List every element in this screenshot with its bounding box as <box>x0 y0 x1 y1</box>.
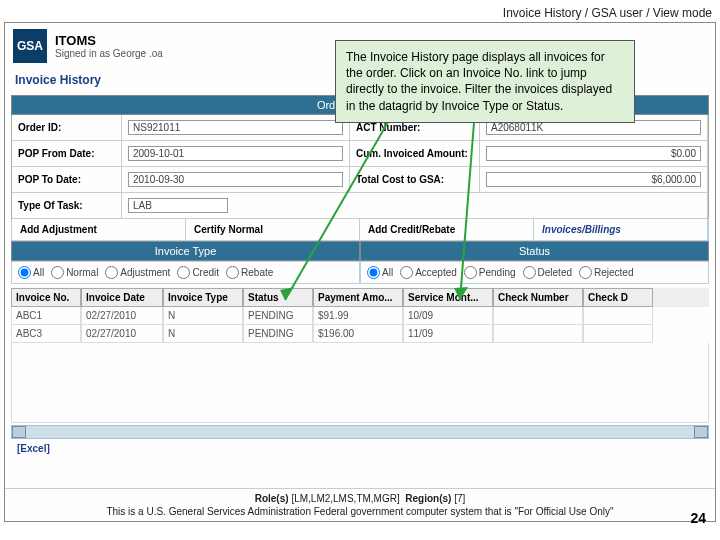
total-cost-value: $6,000.00 <box>480 167 708 193</box>
page-number: 24 <box>690 510 706 526</box>
grid-header-row: Invoice No. Invoice Date Invoice Type St… <box>11 288 709 307</box>
add-adjustment-link[interactable]: Add Adjustment <box>12 219 186 240</box>
grid-body: ABC1 02/27/2010 N PENDING $91.99 10/09 A… <box>11 307 709 423</box>
status-deleted-radio[interactable]: Deleted <box>523 266 572 279</box>
invoice-type-filter-group: All Normal Adjustment Credit Rebate <box>11 261 360 284</box>
invoice-type-normal-radio[interactable]: Normal <box>51 266 98 279</box>
breadcrumb: Invoice History / GSA user / View mode <box>0 0 720 22</box>
col-invoice-no[interactable]: Invoice No. <box>11 288 81 307</box>
status-filter-group: All Accepted Pending Deleted Rejected <box>360 261 709 284</box>
col-status[interactable]: Status <box>243 288 313 307</box>
col-service-month[interactable]: Service Mont... <box>403 288 493 307</box>
status-rejected-radio[interactable]: Rejected <box>579 266 633 279</box>
app-title: ITOMS <box>55 33 163 48</box>
col-invoice-date[interactable]: Invoice Date <box>81 288 163 307</box>
table-row[interactable]: ABC1 02/27/2010 N PENDING $91.99 10/09 <box>11 307 709 325</box>
regions-value: [7] <box>454 493 465 504</box>
status-pending-radio[interactable]: Pending <box>464 266 516 279</box>
invoice-type-rebate-radio[interactable]: Rebate <box>226 266 273 279</box>
footer: Role(s) [LM,LM2,LMS,TM,MGR] Region(s) [7… <box>5 488 715 521</box>
col-check-number[interactable]: Check Number <box>493 288 583 307</box>
col-check-date[interactable]: Check D <box>583 288 653 307</box>
pop-from-value: 2009-10-01 <box>122 141 350 167</box>
invoice-no-link[interactable]: ABC3 <box>11 325 81 343</box>
disclaimer: This is a U.S. General Services Administ… <box>5 506 715 517</box>
pop-to-value: 2010-09-30 <box>122 167 350 193</box>
roles-label: Role(s) <box>255 493 289 504</box>
regions-label: Region(s) <box>405 493 451 504</box>
grid-empty-area <box>11 343 709 423</box>
cum-invoiced-label: Cum. Invoiced Amount: <box>350 141 480 167</box>
total-cost-label: Total Cost to GSA: <box>350 167 480 193</box>
action-row: Add Adjustment Certify Normal Add Credit… <box>11 219 709 241</box>
horizontal-scrollbar[interactable] <box>11 425 709 439</box>
type-task-label: Type Of Task: <box>12 193 122 219</box>
invoice-type-filter-header: Invoice Type <box>11 241 360 261</box>
excel-export-link[interactable]: [Excel] <box>11 439 56 458</box>
order-id-label: Order ID: <box>12 115 122 141</box>
invoice-type-all-radio[interactable]: All <box>18 266 44 279</box>
col-invoice-type[interactable]: Invoice Type <box>163 288 243 307</box>
signed-in-text: Signed in as George .oa <box>55 48 163 59</box>
gsa-logo: GSA <box>13 29 47 63</box>
add-credit-rebate-link[interactable]: Add Credit/Rebate <box>360 219 534 240</box>
invoice-type-credit-radio[interactable]: Credit <box>177 266 219 279</box>
type-task-value: LAB <box>122 193 708 219</box>
status-filter-header: Status <box>360 241 709 261</box>
status-all-radio[interactable]: All <box>367 266 393 279</box>
roles-value: [LM,LM2,LMS,TM,MGR] <box>291 493 399 504</box>
invoice-type-adjustment-radio[interactable]: Adjustment <box>105 266 170 279</box>
col-payment-amount[interactable]: Payment Amo... <box>313 288 403 307</box>
certify-normal-link[interactable]: Certify Normal <box>186 219 360 240</box>
order-info-grid: Order ID: NS921011 ACT Number: A2068011K… <box>11 115 709 219</box>
annotation-callout: The Invoice History page displays all in… <box>335 40 635 123</box>
pop-to-label: POP To Date: <box>12 167 122 193</box>
table-row[interactable]: ABC3 02/27/2010 N PENDING $196.00 11/09 <box>11 325 709 343</box>
invoices-billings-tab[interactable]: Invoices/Billings <box>534 219 708 240</box>
order-id-value: NS921011 <box>122 115 350 141</box>
pop-from-label: POP From Date: <box>12 141 122 167</box>
status-accepted-radio[interactable]: Accepted <box>400 266 457 279</box>
cum-invoiced-value: $0.00 <box>480 141 708 167</box>
invoice-no-link[interactable]: ABC1 <box>11 307 81 325</box>
